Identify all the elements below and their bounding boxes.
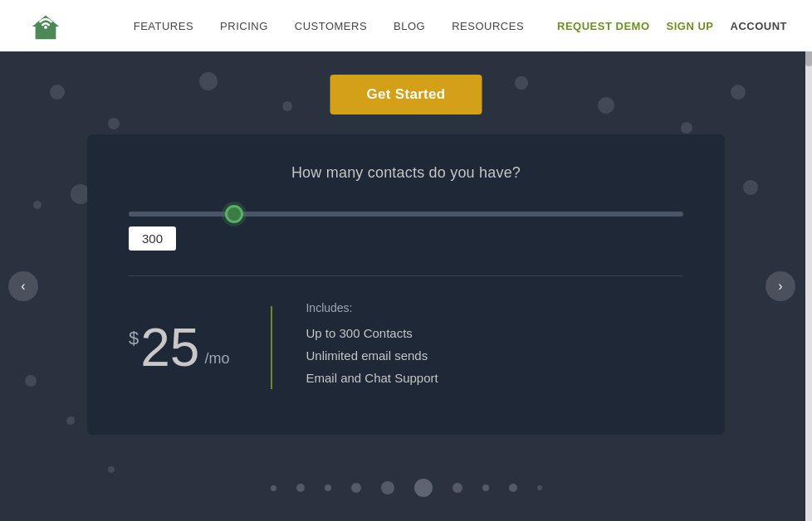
slider-container: 300: [129, 212, 683, 251]
bottom-dot: [414, 479, 433, 497]
nav-link-customers[interactable]: CUSTOMERS: [295, 20, 367, 32]
bottom-dots-row: [0, 455, 812, 521]
price-period: /mo: [204, 350, 229, 368]
bottom-dot: [537, 485, 542, 490]
request-demo-button[interactable]: REQUEST DEMO: [557, 20, 649, 32]
get-started-button[interactable]: Get Started: [330, 75, 482, 114]
logo-icon: [25, 9, 66, 42]
bottom-dot: [452, 483, 462, 493]
prev-arrow-button[interactable]: ‹: [8, 271, 38, 301]
bottom-dot: [271, 485, 276, 491]
decor-dot: [731, 85, 746, 100]
price-amount: $ 25 /mo: [129, 321, 229, 374]
decor-dot: [25, 375, 37, 387]
feature-item-2: Email and Chat Support: [306, 371, 683, 385]
slider-fill: [129, 212, 240, 217]
bottom-dot: [351, 483, 361, 493]
feature-item-0: Up to 300 Contacts: [306, 326, 683, 340]
nav-link-blog[interactable]: BLOG: [394, 20, 425, 32]
slider-track[interactable]: [129, 212, 683, 217]
chevron-left-icon: ‹: [21, 279, 25, 294]
feature-item-1: Unlimited email sends: [306, 348, 683, 363]
slider-thumb[interactable]: [225, 205, 243, 223]
sign-up-button[interactable]: SIGN UP: [667, 20, 714, 32]
nav-link-resources[interactable]: RESOURCES: [452, 20, 524, 32]
decor-dot: [66, 416, 75, 425]
bottom-dot: [482, 484, 489, 491]
pricing-card: How many contacts do you have? 300 $ 25 …: [87, 134, 725, 435]
nav-link-pricing[interactable]: PRICING: [220, 20, 268, 32]
pricing-bottom: $ 25 /mo Includes: Up to 300 Contacts Un…: [129, 301, 683, 393]
price-number: 25: [140, 321, 199, 374]
navbar: FEATURES PRICING CUSTOMERS BLOG RESOURCE…: [0, 0, 812, 51]
chevron-right-icon: ›: [778, 279, 782, 294]
hero-section: Get Started ‹ › How many contacts do you…: [0, 51, 812, 521]
account-button[interactable]: ACCOUNT: [731, 20, 788, 32]
svg-point-0: [44, 26, 47, 29]
next-arrow-button[interactable]: ›: [766, 271, 795, 301]
decor-dot: [743, 180, 758, 195]
slider-value-display: 300: [129, 226, 176, 251]
nav-links: FEATURES PRICING CUSTOMERS BLOG RESOURCE…: [134, 20, 524, 32]
logo: [25, 9, 66, 42]
decor-dot: [108, 118, 120, 129]
decor-dot: [598, 97, 614, 114]
includes-label: Includes:: [306, 301, 683, 314]
decor-dot: [515, 76, 528, 90]
decor-dot: [282, 101, 292, 111]
bottom-dot: [325, 484, 331, 491]
decor-dot: [33, 201, 42, 209]
pricing-divider: [129, 275, 683, 276]
currency-symbol: $: [129, 328, 139, 349]
price-display-area: $ 25 /mo: [129, 321, 271, 374]
vertical-divider: [271, 306, 272, 389]
nav-actions: REQUEST DEMO SIGN UP ACCOUNT: [557, 20, 787, 32]
bottom-dot: [509, 484, 517, 492]
bottom-dot: [381, 481, 394, 494]
bottom-dot: [296, 484, 305, 492]
decor-dot: [50, 85, 65, 100]
decor-dot: [681, 122, 692, 134]
nav-link-features[interactable]: FEATURES: [134, 20, 193, 32]
get-started-area: Get Started: [330, 75, 482, 114]
decor-dot: [199, 72, 218, 90]
contacts-question: How many contacts do you have?: [129, 164, 683, 182]
includes-section: Includes: Up to 300 Contacts Unlimited e…: [306, 301, 683, 393]
